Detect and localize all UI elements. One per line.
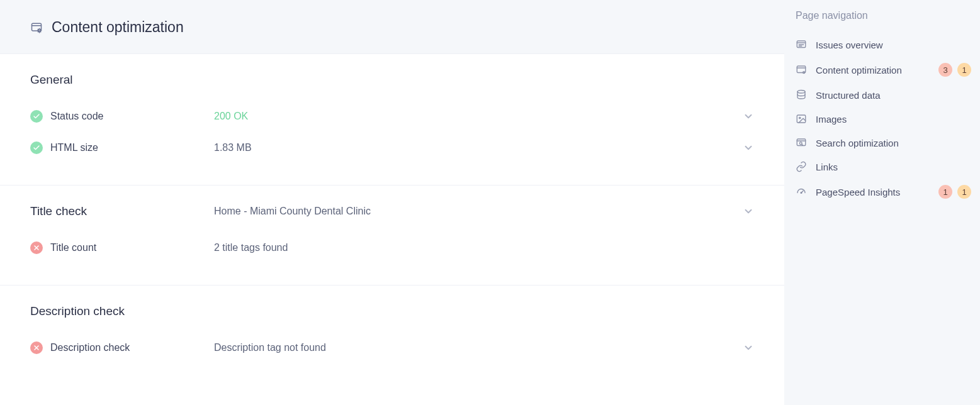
- svg-point-14: [797, 91, 805, 94]
- chevron-down-icon[interactable]: [743, 111, 754, 122]
- image-icon: [796, 113, 807, 125]
- section-general: General Status code 200 OK: [0, 54, 784, 186]
- status-icon-container: [30, 341, 50, 354]
- section-title-check: Title check Home - Miami County Dental C…: [0, 186, 784, 286]
- section-header: Content optimization: [0, 0, 784, 54]
- row-description-check[interactable]: Description check Description tag not fo…: [30, 332, 754, 363]
- row-html-size[interactable]: HTML size 1.83 MB: [30, 132, 754, 164]
- status-icon-container: [30, 241, 50, 254]
- row-label: Description check: [50, 342, 214, 353]
- link-icon: [796, 161, 807, 172]
- browser-gear-icon: [796, 64, 807, 75]
- title-preview: Home - Miami County Dental Clinic: [214, 206, 371, 217]
- row-label: Title count: [50, 242, 214, 253]
- nav-label: Links: [816, 162, 838, 172]
- row-value: Description tag not found: [214, 342, 326, 353]
- nav-item-links[interactable]: Links: [796, 155, 971, 179]
- row-value: 200 OK: [214, 111, 248, 122]
- nav-label: Issues overview: [816, 40, 883, 50]
- check-icon: [30, 110, 43, 123]
- badge-warnings: 1: [957, 63, 971, 77]
- badge-errors: 3: [938, 63, 952, 77]
- nav-item-content-optimization[interactable]: Content optimization 3 1: [796, 57, 971, 83]
- row-label: Status code: [50, 111, 214, 122]
- nav-title: Page navigation: [796, 8, 971, 33]
- row-value: 2 title tags found: [214, 242, 288, 253]
- svg-line-20: [802, 144, 803, 145]
- svg-rect-7: [797, 41, 806, 48]
- nav-label: PageSpeed Insights: [816, 187, 900, 197]
- browser-gear-icon: [30, 21, 43, 34]
- database-icon: [796, 89, 807, 101]
- check-icon: [30, 141, 43, 154]
- speedometer-icon: [796, 186, 807, 197]
- svg-rect-15: [797, 115, 806, 123]
- nav-item-structured-data[interactable]: Structured data: [796, 83, 971, 107]
- section-heading-row[interactable]: Title check Home - Miami County Dental C…: [30, 204, 754, 218]
- list-icon: [796, 39, 807, 50]
- nav-badges: 1 1: [938, 185, 971, 199]
- nav-label: Search optimization: [816, 138, 899, 148]
- main-content: Content optimization General Status code…: [0, 0, 784, 405]
- page-navigation: Page navigation Issues overview Content …: [784, 0, 980, 405]
- badge-errors: 1: [938, 185, 952, 199]
- x-icon: [30, 241, 43, 254]
- svg-point-22: [801, 192, 802, 194]
- section-heading: Title check: [30, 204, 214, 218]
- page-title: Content optimization: [52, 19, 184, 36]
- row-title-count[interactable]: Title count 2 title tags found: [30, 232, 754, 264]
- badge-warnings: 1: [957, 185, 971, 199]
- status-icon-container: [30, 110, 50, 123]
- nav-item-images[interactable]: Images: [796, 107, 971, 131]
- row-label: HTML size: [50, 142, 214, 153]
- svg-point-16: [799, 117, 801, 118]
- row-value: 1.83 MB: [214, 142, 252, 153]
- row-status-code[interactable]: Status code 200 OK: [30, 101, 754, 132]
- status-icon-container: [30, 141, 50, 154]
- nav-label: Structured data: [816, 90, 881, 101]
- search-browser-icon: [796, 137, 807, 148]
- chevron-down-icon[interactable]: [743, 206, 754, 217]
- nav-item-issues-overview[interactable]: Issues overview: [796, 33, 971, 57]
- nav-item-search-optimization[interactable]: Search optimization: [796, 131, 971, 155]
- nav-badges: 3 1: [938, 63, 971, 77]
- chevron-down-icon[interactable]: [743, 142, 754, 153]
- section-heading: General: [30, 73, 754, 87]
- x-icon: [30, 341, 43, 354]
- chevron-down-icon[interactable]: [743, 342, 754, 353]
- nav-label: Content optimization: [816, 65, 902, 75]
- nav-item-pagespeed-insights[interactable]: PageSpeed Insights 1 1: [796, 179, 971, 205]
- section-heading: Description check: [30, 304, 754, 318]
- section-description-check: Description check Description check Desc…: [0, 286, 784, 385]
- nav-label: Images: [816, 114, 847, 125]
